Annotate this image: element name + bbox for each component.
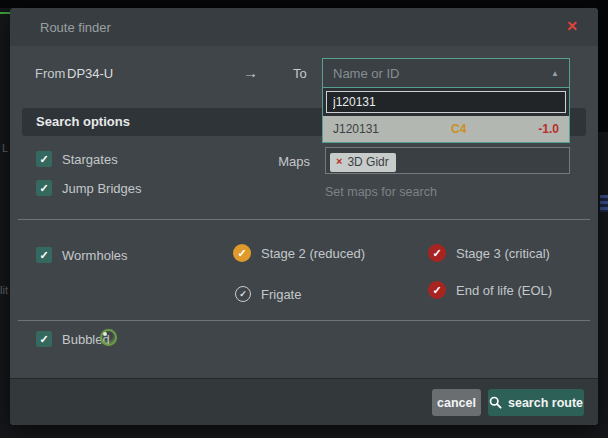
eol-checkbox[interactable]: ✓ End of life (EOL) — [428, 281, 552, 299]
stage2-checkbox[interactable]: ✓ Stage 2 (reduced) — [233, 244, 365, 262]
dropdown-search-wrap — [323, 88, 569, 116]
stargates-label: Stargates — [62, 152, 118, 167]
eol-checked-icon: ✓ — [428, 281, 446, 299]
map-tag-label: 3D Gidr — [347, 155, 388, 169]
stage2-checked-icon: ✓ — [233, 244, 251, 262]
frigate-checked-icon: ✓ — [235, 286, 251, 302]
stage3-label: Stage 3 (critical) — [456, 246, 550, 261]
stage3-checked-icon: ✓ — [428, 244, 446, 262]
bubble-icon — [100, 329, 117, 346]
chevron-up-icon: ▲ — [551, 69, 559, 78]
stage2-label: Stage 2 (reduced) — [261, 246, 365, 261]
to-system-select[interactable]: Name or ID ▲ — [322, 58, 570, 88]
option-system-class: C4 — [451, 122, 538, 136]
cancel-button[interactable]: cancel — [432, 389, 481, 416]
stargates-checkbox[interactable]: ✓ Stargates — [36, 151, 118, 167]
search-route-button[interactable]: search route — [488, 389, 584, 416]
dropdown-option-system[interactable]: J120131 C4 -1.0 — [323, 116, 569, 142]
frigate-checkbox[interactable]: ✓ Frigate — [235, 286, 301, 302]
background-artifact-green-line — [0, 12, 10, 14]
maps-help-text: Set maps for search — [325, 185, 437, 199]
wormholes-label: Wormholes — [62, 248, 128, 263]
divider — [18, 320, 590, 321]
remove-tag-icon[interactable]: × — [336, 156, 342, 167]
from-value: DP34-U — [67, 66, 113, 81]
background-artifact-blue-stripes — [600, 195, 608, 212]
stage3-checkbox[interactable]: ✓ Stage 3 (critical) — [428, 244, 550, 262]
dialog-title: Route finder — [40, 20, 111, 35]
from-label: From — [35, 66, 65, 81]
bubbled-checkbox[interactable]: ✓ Bubbled — [36, 331, 110, 347]
wormholes-checkbox[interactable]: ✓ Wormholes — [36, 247, 128, 263]
checkbox-checked-icon: ✓ — [36, 151, 52, 167]
search-icon — [489, 396, 502, 409]
to-select-placeholder: Name or ID — [333, 66, 551, 81]
checkbox-checked-icon: ✓ — [36, 180, 52, 196]
map-tag: × 3D Gidr — [330, 153, 396, 172]
to-label: To — [293, 66, 307, 81]
arrow-right-icon: → — [243, 64, 258, 81]
maps-tag-input[interactable]: × 3D Gidr — [325, 147, 570, 174]
search-route-label: search route — [508, 396, 583, 410]
background-text-fragment: lit — [0, 284, 8, 296]
divider — [18, 219, 590, 220]
route-finder-dialog: Route finder ✕ From DP34-U → To Name or … — [10, 8, 598, 425]
dialog-header: Route finder ✕ — [10, 8, 598, 46]
option-system-security: -1.0 — [538, 122, 559, 136]
system-search-input[interactable] — [326, 91, 566, 113]
maps-label: Maps — [248, 154, 310, 169]
option-system-name: J120131 — [333, 122, 451, 136]
backdrop-right-strip — [597, 0, 608, 132]
frigate-label: Frigate — [261, 287, 301, 302]
backdrop-top-strip — [0, 0, 608, 8]
checkbox-checked-icon: ✓ — [36, 247, 52, 263]
to-system-dropdown: Name or ID ▲ J120131 C4 -1.0 — [322, 58, 570, 143]
dropdown-panel: J120131 C4 -1.0 — [322, 88, 570, 143]
checkbox-checked-icon: ✓ — [36, 331, 52, 347]
jump-bridges-checkbox[interactable]: ✓ Jump Bridges — [36, 180, 141, 196]
close-icon[interactable]: ✕ — [566, 19, 578, 33]
dialog-footer: cancel search route — [10, 378, 598, 425]
eol-label: End of life (EOL) — [456, 283, 552, 298]
jump-bridges-label: Jump Bridges — [62, 181, 141, 196]
background-text-fragment: L — [2, 142, 8, 154]
